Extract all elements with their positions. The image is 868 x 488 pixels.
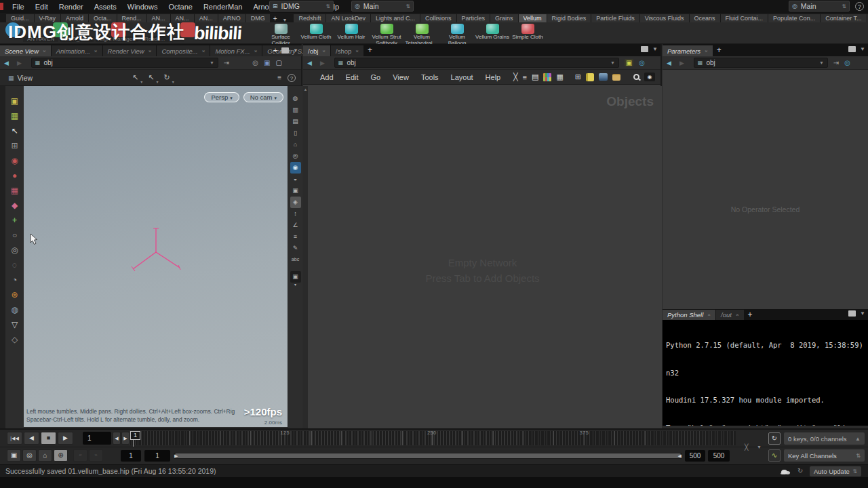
display-toggle-icon[interactable]: ⌂: [290, 139, 301, 150]
viewport-3d[interactable]: Persp▾ No cam▾ Left mouse tumbles. Middl…: [24, 86, 288, 427]
right-desktop-combo[interactable]: ◎ Main ⇅: [789, 1, 850, 12]
display-toggle-icon[interactable]: ◍: [290, 93, 301, 104]
pane-tab[interactable]: /obj ×: [303, 45, 330, 56]
pane-tab[interactable]: Python Shell ×: [663, 310, 715, 320]
tools-icon[interactable]: ╳: [513, 73, 518, 81]
display-toggle-icon[interactable]: ▥: [290, 104, 301, 116]
text-overlay-icon[interactable]: abc: [290, 254, 301, 266]
shelf-tab[interactable]: Particle Fluids: [591, 14, 639, 22]
menu-item[interactable]: Windows: [122, 3, 163, 11]
pane-tab[interactable]: Parameters ×: [663, 45, 713, 56]
realtime-toggle-icon[interactable]: ↻: [768, 432, 781, 445]
shelf-tab[interactable]: AN...: [195, 14, 218, 22]
menu-item[interactable]: Assets: [89, 3, 122, 11]
network-menu-item[interactable]: Layout: [445, 73, 479, 81]
shelf-menu-icon[interactable]: ▼: [280, 18, 290, 22]
main-desktop-combo[interactable]: ◎ Main ⇅: [351, 1, 414, 12]
display-toggle-icon[interactable]: ◉: [290, 162, 301, 174]
range-handle-left[interactable]: ▶: [174, 453, 178, 459]
playhead-marker[interactable]: 1: [130, 431, 140, 440]
desktop-combo[interactable]: ⊞ IDMG ⇅: [269, 1, 334, 12]
list-view-icon[interactable]: ▤: [532, 73, 538, 81]
keys-summary-combo[interactable]: 0 keys, 0/0 channels ▲: [784, 432, 865, 445]
chevron-down-icon[interactable]: ▼: [210, 60, 214, 65]
snapshot-icon[interactable]: ▣: [625, 59, 633, 66]
spinner-icon[interactable]: ⇅: [321, 3, 330, 9]
menu-item[interactable]: File: [7, 3, 30, 11]
scoped-channels-icon[interactable]: ∿: [768, 449, 781, 462]
display-toggle-icon[interactable]: ↕: [290, 208, 301, 220]
network-overview-icon[interactable]: ◎: [639, 59, 645, 66]
network-menu-item[interactable]: Tools: [415, 73, 445, 81]
maximize-icon[interactable]: [641, 46, 648, 52]
close-icon[interactable]: ×: [705, 48, 708, 54]
display-options-icon[interactable]: ≡: [277, 74, 281, 81]
close-icon[interactable]: ×: [322, 48, 326, 54]
shelf-tab[interactable]: Oceans: [690, 14, 720, 22]
help-icon[interactable]: ?: [288, 74, 296, 82]
tool-icon[interactable]: ◔: [12, 273, 17, 288]
play-reverse-button[interactable]: ◀: [24, 432, 39, 445]
persp-badge[interactable]: Persp▾: [204, 92, 239, 102]
close-icon[interactable]: ×: [736, 312, 739, 318]
maximize-icon[interactable]: [281, 47, 289, 54]
shelf-tab[interactable]: Redshift: [294, 14, 326, 22]
shelf-tool[interactable]: Vellum Balloon: [439, 23, 475, 47]
forward-icon[interactable]: ▶: [13, 60, 26, 66]
network-menu-item[interactable]: Go: [365, 73, 387, 81]
playback-start-field[interactable]: 1: [144, 450, 170, 462]
auto-key-icon[interactable]: ⊕: [54, 449, 68, 462]
new-tab-icon[interactable]: +: [273, 46, 277, 54]
pane-tab[interactable]: Motion FX... ×: [210, 45, 262, 56]
tool-icon[interactable]: ◉: [11, 154, 18, 169]
chevron-down-icon[interactable]: ▼: [610, 60, 615, 65]
pane-tab[interactable]: Render View ×: [103, 45, 157, 56]
shelf-tool[interactable]: Simple Cloth: [510, 23, 545, 47]
shelf-tool[interactable]: Vellum Hair: [334, 23, 369, 47]
pane-tab[interactable]: Scene View ×: [0, 45, 51, 56]
scene-path-field[interactable]: ▦ obj ▼: [31, 58, 218, 68]
tool-icon[interactable]: ▣: [11, 94, 18, 109]
tool-icon[interactable]: ⊛: [11, 288, 18, 303]
flipbook-icon[interactable]: ▢: [275, 59, 281, 66]
camera-badge[interactable]: No cam▾: [243, 92, 283, 102]
shelf-tab[interactable]: Fluid Contai...: [721, 14, 768, 22]
menu-item[interactable]: Octane: [163, 3, 197, 11]
display-toggle-icon[interactable]: ◒: [290, 174, 301, 185]
handle-tool-icon[interactable]: ↖: [148, 73, 154, 82]
export-channels-icon[interactable]: ▣: [7, 449, 21, 462]
grid-view-icon[interactable]: ▦: [556, 73, 563, 81]
close-icon[interactable]: ×: [94, 48, 98, 54]
tool-icon[interactable]: ◎: [11, 243, 18, 258]
recook-icon[interactable]: ↻: [797, 467, 803, 474]
tool-icon[interactable]: ▽: [12, 318, 18, 333]
back-icon[interactable]: ◀: [663, 60, 675, 66]
parameters-path-field[interactable]: ▦ obj ▼: [694, 58, 828, 68]
tool-icon[interactable]: ○: [12, 228, 17, 243]
shelf-tab[interactable]: Particles: [457, 14, 490, 22]
network-box-icon[interactable]: [612, 74, 620, 81]
snapshot-icon[interactable]: ◎: [252, 59, 258, 66]
display-toggle-icon[interactable]: ◈: [290, 197, 301, 208]
pane-tab[interactable]: /shop ×: [331, 45, 363, 56]
shelf-tab[interactable]: DMG: [246, 14, 270, 22]
tool-icon[interactable]: ◆: [12, 199, 18, 214]
pane-menu-icon[interactable]: ▼: [860, 46, 865, 52]
prev-frame-button[interactable]: ◀: [113, 432, 121, 445]
close-icon[interactable]: ×: [355, 48, 359, 54]
shelf-tool[interactable]: Vellum Tetrahedral ...: [404, 23, 439, 47]
display-toggle-icon[interactable]: ▯: [290, 127, 301, 139]
shelf-tab[interactable]: Viscous Fluids: [640, 14, 689, 22]
render-view-icon[interactable]: ▣: [264, 59, 270, 66]
shelf-tab[interactable]: ARNO: [218, 14, 245, 22]
view-tool-icon[interactable]: ↻: [163, 73, 170, 82]
display-toggle-icon[interactable]: ▣: [290, 185, 301, 197]
display-toggle-icon[interactable]: ✎: [290, 243, 301, 254]
tool-icon[interactable]: +: [12, 214, 17, 228]
range-end-field[interactable]: 500: [708, 450, 730, 462]
close-icon[interactable]: ×: [43, 48, 46, 54]
node-shape-icon[interactable]: ⊞: [575, 73, 581, 81]
search-icon[interactable]: [633, 74, 639, 80]
new-tab-icon[interactable]: +: [364, 45, 376, 55]
new-tab-icon[interactable]: +: [713, 45, 725, 55]
